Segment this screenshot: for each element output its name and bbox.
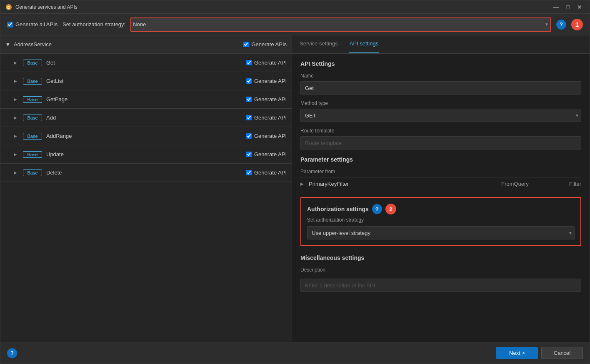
method-name-get: Get — [46, 60, 242, 66]
toolbar-badge: 1 — [571, 19, 583, 30]
main-window: G Generate services and APIs ― □ ✕ Gener… — [0, 0, 590, 364]
method-badge-getpage: Base — [23, 96, 42, 103]
method-row-getpage[interactable]: ▶ Base GetPage Generate API — [0, 90, 292, 109]
svg-text:G: G — [7, 5, 10, 10]
toolbar-help-button[interactable]: ? — [556, 20, 566, 30]
toolbar: Generate all APIs Set authorization stra… — [0, 14, 590, 35]
method-type-wrapper: GET POST PUT DELETE PATCH ▼ — [300, 109, 581, 122]
left-panel: ▼ AddressService Generate APIs ▶ Base Ge… — [0, 35, 292, 342]
method-type-label: Method type — [300, 100, 581, 106]
method-chevron-icon: ▶ — [14, 170, 19, 175]
auth-strategy-label: Set authorization strategy: — [62, 21, 125, 27]
method-type-arrow-icon: ▼ — [575, 113, 579, 118]
cancel-button[interactable]: Cancel — [541, 347, 583, 359]
app-icon: G — [5, 4, 12, 10]
footer-left: ? — [7, 348, 17, 358]
window-title: Generate services and APIs — [15, 4, 78, 10]
method-row-add[interactable]: ▶ Base Add Generate API — [0, 109, 292, 127]
auth-badge: 2 — [385, 204, 396, 214]
parameter-chevron-icon: ▶ — [300, 182, 304, 186]
method-row-get[interactable]: ▶ Base Get Generate API — [0, 54, 292, 72]
generate-all-label: Generate all APIs — [15, 21, 58, 27]
next-button[interactable]: Next > — [496, 347, 538, 359]
generate-api-checkbox-getpage[interactable]: Generate API — [246, 96, 287, 102]
misc-settings-title: Miscellaneous settings — [300, 254, 581, 261]
parameter-settings-section: Parameter settings Parameter from ▶ Prim… — [300, 156, 581, 190]
method-row-update[interactable]: ▶ Base Update Generate API — [0, 145, 292, 164]
footer: ? Next > Cancel — [0, 342, 590, 364]
api-settings-title: API Settings — [300, 60, 581, 67]
auth-set-strategy-label: Set authorization strategy — [307, 217, 575, 223]
generate-api-checkbox-update[interactable]: Generate API — [246, 151, 287, 157]
method-badge-get: Base — [23, 60, 42, 66]
parameter-row[interactable]: ▶ PrimaryKeyFilter FromQuery Filter — [300, 177, 581, 190]
auth-strategy-select[interactable]: Use upper-level strategy None JWT Bearer… — [312, 227, 567, 239]
route-template-input[interactable] — [300, 136, 581, 150]
main-content: ▼ AddressService Generate APIs ▶ Base Ge… — [0, 35, 590, 342]
parameter-name: PrimaryKeyFilter — [309, 181, 496, 187]
minimize-button[interactable]: ― — [551, 2, 561, 12]
auth-strategy-select[interactable]: None JWT Bearer API Key OAuth2 — [133, 18, 543, 31]
description-label: Description — [300, 267, 581, 273]
select-arrow-icon: ▼ — [545, 22, 549, 27]
method-row-delete[interactable]: ▶ Base Delete Generate API — [0, 164, 292, 182]
method-chevron-icon: ▶ — [14, 115, 19, 120]
method-row-addrange[interactable]: ▶ Base AddRange Generate API — [0, 127, 292, 145]
generate-api-checkbox-addrange[interactable]: Generate API — [246, 133, 287, 139]
close-button[interactable]: ✕ — [575, 2, 585, 12]
method-badge-addrange: Base — [23, 133, 42, 140]
name-label: Name — [300, 73, 581, 79]
method-badge-update: Base — [23, 151, 42, 158]
miscellaneous-settings-section: Miscellaneous settings Description — [300, 254, 581, 292]
generate-api-checkbox-delete[interactable]: Generate API — [246, 170, 287, 176]
tab-api-settings[interactable]: API settings — [349, 35, 379, 53]
method-name-delete: Delete — [46, 170, 242, 176]
auth-strategy-arrow-icon: ▼ — [568, 231, 572, 235]
parameter-from-label: Parameter from — [300, 169, 581, 175]
authorization-settings-section: Authorization settings ? 2 Set authoriza… — [300, 197, 581, 246]
method-chevron-icon: ▶ — [14, 79, 19, 83]
generate-api-checkbox-get[interactable]: Generate API — [246, 60, 287, 66]
title-bar-left: G Generate services and APIs — [5, 4, 78, 10]
name-input[interactable] — [300, 81, 581, 95]
tabs: Service settings API settings — [292, 35, 590, 54]
maximize-button[interactable]: □ — [563, 2, 573, 12]
generate-apis-checkbox-label[interactable]: Generate APIs — [243, 41, 287, 47]
service-header: ▼ AddressService Generate APIs — [0, 35, 292, 54]
method-name-getpage: GetPage — [46, 96, 242, 102]
method-badge-getlist: Base — [23, 78, 42, 85]
tab-service-settings[interactable]: Service settings — [299, 35, 339, 53]
method-chevron-icon: ▶ — [14, 152, 19, 157]
parameter-settings-title: Parameter settings — [300, 156, 581, 163]
generate-all-checkbox[interactable] — [7, 22, 13, 27]
generate-apis-label: Generate APIs — [251, 41, 287, 47]
auth-help-button[interactable]: ? — [372, 204, 382, 214]
footer-help-button[interactable]: ? — [7, 348, 17, 358]
service-chevron-icon: ▼ — [5, 42, 10, 47]
method-name-add: Add — [46, 115, 242, 121]
generate-apis-checkbox[interactable] — [243, 42, 249, 47]
method-badge-delete: Base — [23, 170, 42, 176]
title-bar-controls: ― □ ✕ — [551, 2, 585, 12]
auth-strategy-wrapper: Use upper-level strategy None JWT Bearer… — [307, 226, 575, 239]
auth-settings-title: Authorization settings — [307, 206, 369, 212]
generate-api-checkbox-getlist[interactable]: Generate API — [246, 78, 287, 84]
right-panel: Service settings API settings API Settin… — [292, 35, 590, 342]
parameter-filter-value: Filter — [556, 181, 581, 187]
parameter-from-value: FromQuery — [501, 181, 551, 187]
method-badge-add: Base — [23, 115, 42, 121]
method-chevron-icon: ▶ — [14, 60, 19, 65]
method-type-select[interactable]: GET POST PUT DELETE PATCH — [305, 109, 573, 122]
method-chevron-icon: ▶ — [14, 134, 19, 138]
generate-all-checkbox-label[interactable]: Generate all APIs — [7, 21, 58, 27]
service-name: AddressService — [14, 41, 240, 47]
generate-api-checkbox-add[interactable]: Generate API — [246, 115, 287, 121]
method-name-update: Update — [46, 151, 242, 157]
method-name-addrange: AddRange — [46, 133, 242, 139]
title-bar: G Generate services and APIs ― □ ✕ — [0, 0, 590, 14]
api-settings-section: API Settings Name Method type GET POST P… — [300, 60, 581, 150]
description-input[interactable] — [300, 279, 581, 292]
auth-title-row: Authorization settings ? 2 — [307, 204, 575, 214]
method-row-getlist[interactable]: ▶ Base GetList Generate API — [0, 72, 292, 90]
method-chevron-icon: ▶ — [14, 97, 19, 102]
